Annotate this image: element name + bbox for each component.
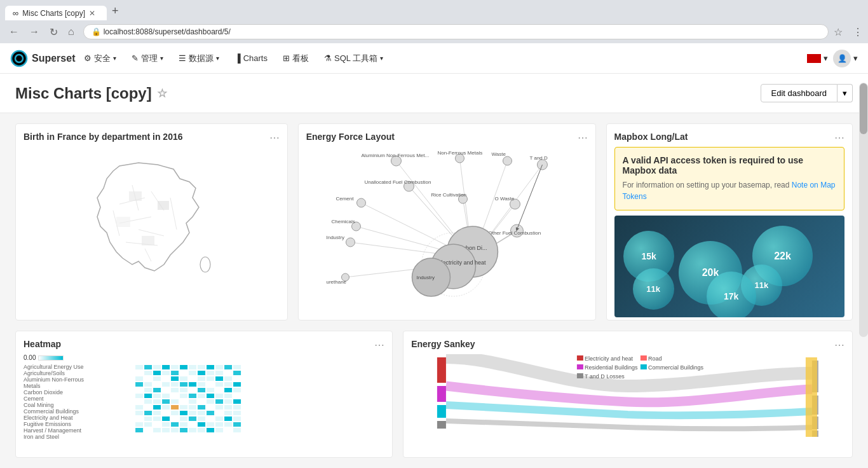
- bubble-17k: 17k: [707, 272, 756, 317]
- svg-rect-194: [153, 428, 161, 432]
- svg-rect-125: [180, 394, 187, 398]
- svg-rect-157: [144, 411, 152, 415]
- active-tab[interactable]: ∞ Misc Charts [copy] ✕: [5, 6, 107, 20]
- svg-rect-177: [215, 416, 223, 421]
- svg-rect-100: [171, 382, 179, 387]
- nav-item-security[interactable]: ⚙ 安全 ▾: [78, 49, 123, 68]
- svg-rect-123: [162, 394, 170, 398]
- svg-rect-142: [224, 399, 232, 404]
- svg-rect-198: [189, 428, 196, 432]
- birth-france-menu-icon[interactable]: ⋯: [269, 132, 280, 144]
- svg-rect-96: [135, 382, 143, 387]
- svg-rect-181: [144, 422, 152, 427]
- edit-dashboard-button[interactable]: Edit dashboard: [761, 84, 837, 102]
- app-name: Superset: [32, 53, 75, 64]
- svg-rect-164: [207, 411, 214, 415]
- tab-close-button[interactable]: ✕: [89, 9, 95, 18]
- back-button[interactable]: ←: [5, 25, 23, 39]
- svg-rect-103: [198, 382, 205, 387]
- nav-item-manage[interactable]: ✎ 管理 ▾: [125, 49, 170, 68]
- energy-force-menu-icon[interactable]: ⋯: [578, 132, 588, 144]
- scroll-thumb[interactable]: [860, 83, 867, 134]
- svg-rect-203: [233, 428, 241, 432]
- svg-rect-175: [198, 416, 205, 421]
- svg-rect-111: [162, 388, 170, 392]
- svg-rect-167: [233, 411, 241, 415]
- svg-text:Residential Buildings: Residential Buildings: [585, 364, 638, 371]
- refresh-button[interactable]: ↻: [46, 25, 62, 39]
- svg-rect-127: [198, 394, 205, 398]
- label-harvest: Harvest / Management: [24, 427, 87, 434]
- energy-sankey-menu-icon[interactable]: ⋯: [834, 339, 844, 351]
- svg-rect-101: [180, 382, 187, 387]
- svg-rect-132: [135, 399, 143, 404]
- tab-title: Misc Charts [copy]: [22, 9, 85, 18]
- settings-button[interactable]: ⋮: [853, 26, 863, 38]
- svg-rect-183: [162, 422, 170, 427]
- heatmap-chart: Agricultural Energy Use Agriculture/Soil…: [24, 364, 384, 440]
- language-selector[interactable]: ▾: [807, 53, 828, 63]
- user-avatar: 👤: [833, 50, 851, 67]
- svg-rect-182: [153, 422, 161, 427]
- mapbox-alert-title: A valid API access token is required to …: [623, 155, 836, 176]
- home-button[interactable]: ⌂: [64, 25, 78, 39]
- dashboard-title-text: Misc Charts [copy]: [15, 85, 152, 102]
- svg-rect-155: [233, 405, 241, 410]
- birth-france-panel: Birth in France by department in 2016 ⋯: [15, 123, 288, 320]
- mapbox-menu-icon[interactable]: ⋯: [834, 132, 844, 144]
- france-map-chart: [24, 147, 280, 306]
- svg-rect-86: [153, 376, 161, 381]
- svg-rect-79: [198, 371, 205, 375]
- svg-rect-63: [162, 365, 170, 369]
- svg-text:Industry: Industry: [326, 235, 344, 240]
- dashboard-label: 看板: [292, 53, 309, 64]
- app-navbar: Superset ⚙ 安全 ▾ ✎ 管理 ▾ ☰ 数据源 ▾ ▐ Charts …: [0, 43, 868, 74]
- nav-item-charts[interactable]: ▐ Charts: [228, 50, 274, 67]
- address-bar[interactable]: 🔒 localhost:8088/superset/dashboard/5/: [83, 24, 829, 39]
- birth-france-title: Birth in France by department in 2016: [24, 132, 280, 142]
- svg-rect-187: [198, 422, 205, 427]
- svg-rect-163: [198, 411, 205, 415]
- new-tab-button[interactable]: +: [107, 2, 124, 20]
- nav-item-dashboard[interactable]: ⊞ 看板: [276, 49, 315, 68]
- svg-rect-12: [129, 191, 142, 201]
- svg-rect-145: [144, 405, 152, 410]
- svg-rect-196: [171, 428, 179, 432]
- heatmap-menu-icon[interactable]: ⋯: [374, 339, 384, 351]
- svg-rect-78: [189, 371, 196, 375]
- nav-item-datasource[interactable]: ☰ 数据源 ▾: [172, 49, 226, 68]
- svg-rect-68: [207, 365, 214, 369]
- edit-dropdown-button[interactable]: ▾: [837, 84, 853, 102]
- svg-rect-62: [153, 365, 161, 369]
- energy-force-chart: Aluminium Non-Ferrous Met... Non-Ferrous…: [306, 147, 588, 306]
- svg-rect-140: [207, 399, 214, 404]
- sql-icon: ⚗: [324, 53, 332, 63]
- energy-force-title: Energy Force Layout: [306, 132, 588, 142]
- svg-rect-99: [162, 382, 170, 387]
- bookmark-button[interactable]: ☆: [834, 26, 843, 38]
- user-menu[interactable]: 👤 ▾: [833, 50, 858, 67]
- svg-rect-106: [224, 382, 232, 387]
- label-fugitive: Fugitive Emissions: [24, 421, 87, 427]
- svg-text:urethane: urethane: [326, 279, 346, 285]
- security-chevron-icon: ▾: [113, 55, 116, 62]
- favorite-star-icon[interactable]: ☆: [157, 86, 167, 100]
- heatmap-panel: Heatmap ⋯ 0.00 Agricultural Energy Use A…: [15, 331, 393, 458]
- svg-rect-87: [162, 376, 170, 381]
- app-logo[interactable]: Superset: [10, 50, 75, 67]
- svg-line-9: [170, 198, 177, 230]
- svg-rect-90: [189, 376, 196, 381]
- svg-rect-168: [135, 416, 143, 421]
- svg-rect-197: [180, 428, 187, 432]
- svg-rect-72: [135, 371, 143, 375]
- page-scrollbar[interactable]: [859, 83, 868, 337]
- security-icon: ⚙: [84, 53, 92, 63]
- svg-rect-119: [233, 388, 241, 392]
- forward-button[interactable]: →: [25, 25, 43, 39]
- bottom-charts-row: Heatmap ⋯ 0.00 Agricultural Energy Use A…: [15, 331, 853, 458]
- charts-bar-icon: ▐: [234, 53, 240, 63]
- svg-rect-179: [233, 416, 241, 421]
- nav-item-sql[interactable]: ⚗ SQL 工具箱 ▾: [318, 49, 390, 68]
- svg-text:Other Fuel Combustion: Other Fuel Combustion: [488, 230, 541, 236]
- svg-rect-73: [144, 371, 152, 375]
